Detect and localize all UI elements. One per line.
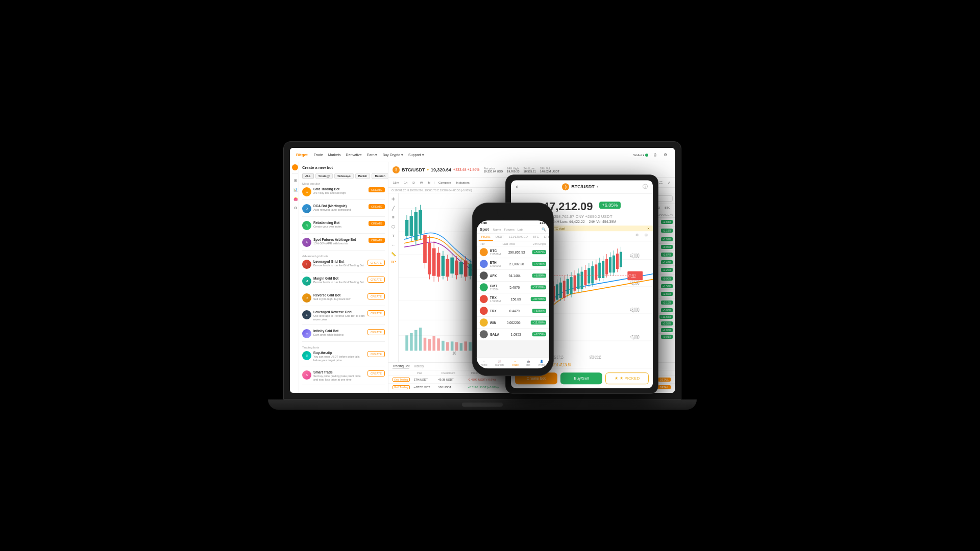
phone-pair-btc[interactable]: BTC 7.8528M 296,865.93 +5.07%	[477, 246, 549, 258]
create-arbitrage-bot-button[interactable]: CREATE	[369, 238, 385, 243]
pair-2: mBTC/USDT	[414, 386, 434, 389]
profile-icon[interactable]	[292, 164, 298, 170]
create-grid-bot-button[interactable]: CREATE	[369, 187, 385, 192]
create-reverse-button[interactable]: CREATE	[368, 293, 385, 299]
phone-nav-markets[interactable]: 📈 Markets	[495, 360, 504, 366]
svg-rect-90	[460, 343, 463, 350]
create-margin-button[interactable]: CREATE	[368, 277, 385, 283]
phone-pair-win[interactable]: WIN 0.002206 +11.86%	[477, 317, 549, 329]
pair-current-price: 19,320.64	[431, 167, 451, 172]
tablet-pair-arrow[interactable]: ▾	[597, 185, 599, 189]
phone-name-tab[interactable]: Name	[493, 228, 501, 231]
bot-icon-grid: G	[302, 187, 311, 196]
svg-text:46,000: 46,000	[630, 307, 639, 313]
timeframe-W[interactable]: W	[419, 181, 425, 185]
arrow-icon[interactable]: ←	[390, 241, 397, 248]
fib-icon[interactable]: ≡	[390, 214, 397, 221]
chart-expand-icon[interactable]: ⛶	[658, 181, 664, 185]
ruler-icon[interactable]: 📏	[390, 251, 397, 258]
wallet-icon[interactable]: 👛	[292, 195, 299, 203]
bot-indicator-icon[interactable]: TP	[390, 260, 396, 264]
create-infinity-button[interactable]: CREATE	[368, 329, 385, 335]
trx2-icon	[480, 307, 488, 315]
pair-price-change: +333.48 +1.86%	[453, 168, 479, 171]
timeframe-15m[interactable]: 15m	[391, 181, 401, 185]
create-dip-button[interactable]: CREATE	[368, 351, 385, 357]
create-lev-grid-button[interactable]: CREATE	[368, 260, 385, 266]
print-icon[interactable]: ⎙	[651, 152, 658, 159]
bot-icon-smart: S	[302, 370, 311, 380]
settings-icon-2[interactable]: ⚙	[292, 205, 299, 212]
crosshair-icon[interactable]: ✛	[390, 195, 397, 203]
phone-pair-col: Pair	[480, 242, 485, 245]
phone-futures-tab[interactable]: Futures	[504, 228, 514, 231]
tablet-chart-type-icon[interactable]: ⊞	[645, 233, 648, 239]
phone-pair-trx[interactable]: TRX 1.5298M 156.89 +37.59%	[477, 293, 549, 305]
tab-trading-bot[interactable]: Trading Bot	[393, 364, 409, 368]
chart-icon[interactable]: 📊	[292, 186, 299, 193]
phone-nav-home[interactable]: ⌂ Home	[480, 360, 487, 366]
text-icon[interactable]: T	[390, 232, 397, 239]
wallet-button[interactable]: Wallet ▾	[633, 153, 648, 157]
create-dca-bot-button[interactable]: CREATE	[369, 204, 385, 209]
phone-pair-gmt[interactable]: GMT 7.3334 5.4876 +12.00%	[477, 282, 549, 293]
type-col	[393, 371, 413, 374]
tab-bearish[interactable]: Bearish	[372, 173, 388, 179]
create-smart-button[interactable]: CREATE	[368, 370, 385, 377]
bot-name-lev-rev: Leveraged Reverse Grid	[313, 310, 365, 314]
phone-tab-usdt[interactable]: USDT	[493, 234, 506, 241]
grid-icon[interactable]: ⊞	[292, 177, 299, 184]
create-lev-rev-button[interactable]: CREATE	[368, 310, 385, 316]
bot-icon-lev-rev: L	[302, 310, 311, 319]
detail-btn-2[interactable]: DETAIL	[658, 385, 671, 389]
phone-pair-gala[interactable]: GALA 1.0953 +3.55%	[477, 329, 549, 340]
tab-sideways[interactable]: Sideways	[334, 173, 354, 179]
chart-fullscreen-icon[interactable]: ⤢	[666, 180, 672, 185]
phone-tab-btc[interactable]: BTC	[530, 234, 542, 241]
phone-nav-trade[interactable]: ↔ Trade	[512, 360, 519, 366]
panel-tab-e[interactable]: E	[673, 206, 675, 210]
phone-pair-trx2[interactable]: TRX 0.4479 +5.80%	[477, 305, 549, 317]
detail-btn-1[interactable]: DETAIL	[658, 378, 671, 382]
timeframe-D[interactable]: D	[411, 181, 416, 185]
nav-trade[interactable]: Trade	[314, 153, 323, 157]
tab-history[interactable]: History	[413, 364, 424, 368]
notification-close-icon[interactable]: ✕	[647, 227, 650, 230]
eth-icon	[480, 260, 488, 268]
create-rebalancing-bot-button[interactable]: CREATE	[369, 221, 385, 226]
tablet-vol: 494.39M	[602, 220, 616, 223]
bot-icon-margin: M	[302, 277, 311, 286]
settings-icon[interactable]: ⚙	[662, 152, 669, 159]
nav-buy-crypto[interactable]: Buy Crypto ▾	[382, 153, 403, 157]
panel-tab-btc[interactable]: BTC	[663, 206, 672, 210]
phone-tab-eth[interactable]: ETH	[542, 234, 549, 241]
timeframe-M[interactable]: M	[426, 181, 432, 185]
compare-button[interactable]: Compare	[437, 181, 453, 185]
tablet-back-button[interactable]: ‹	[516, 183, 518, 190]
phone-search-icon[interactable]: 🔍	[542, 228, 546, 232]
timeframe-1h[interactable]: 1h	[403, 181, 409, 185]
phone-tab-leveraged[interactable]: LEVERAGED	[506, 234, 530, 241]
phone-pair-apx[interactable]: APX 94.1464 +6.99%	[477, 270, 549, 282]
phone-tab-picks[interactable]: PICKS	[479, 234, 493, 241]
gmt-icon	[480, 283, 488, 291]
tablet-picked-button[interactable]: ★ ★ PICKED	[605, 372, 649, 384]
phone-lab-tab[interactable]: Lab	[518, 228, 523, 231]
pattern-icon[interactable]: ⬡	[390, 223, 397, 230]
tab-strategy[interactable]: Strategy	[315, 173, 333, 179]
tablet-chart-settings-icon[interactable]: ⚙	[635, 233, 639, 239]
line-tool-icon[interactable]: ╱	[390, 205, 397, 212]
phone-nav-bot[interactable]: 🤖 Bot	[526, 360, 530, 366]
nav-earn[interactable]: Earn ▾	[367, 153, 378, 157]
phone-pair-eth[interactable]: ETH 3.5900M 21,002.28 +4.45%	[477, 258, 549, 270]
nav-markets[interactable]: Markets	[328, 153, 341, 157]
tablet-buy-sell-button[interactable]: Buy/Sell	[560, 372, 603, 384]
phone-nav-profile[interactable]: 👤 Profile	[538, 360, 545, 366]
nav-support[interactable]: Support ▾	[408, 153, 424, 157]
tab-bullish[interactable]: Bullish	[355, 173, 371, 179]
bot-dca: D DCA Bot (Martingale) Auto reinvest, au…	[302, 204, 385, 217]
nav-derivative[interactable]: Derivative	[346, 153, 362, 157]
indicators-button[interactable]: Indicators	[455, 181, 471, 185]
tablet-info-icon[interactable]: ⓘ	[643, 183, 648, 190]
tab-all[interactable]: ALL	[302, 173, 314, 179]
